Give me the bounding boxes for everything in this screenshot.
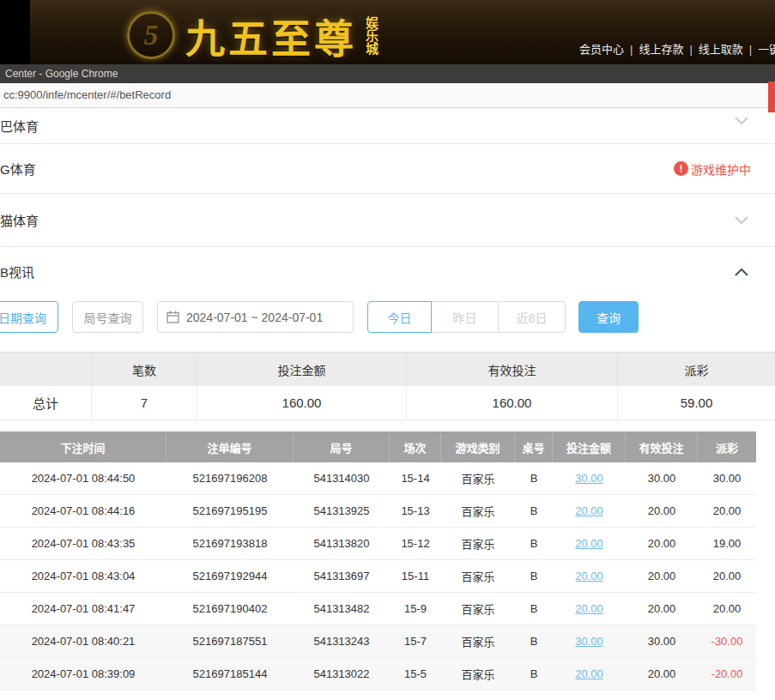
cell-game: 百家乐 bbox=[441, 658, 515, 690]
col-bet: 投注金额 bbox=[553, 431, 626, 462]
nav-deposit[interactable]: 线上存款 bbox=[639, 43, 683, 56]
yesterday-button[interactable]: 昨日 bbox=[431, 301, 499, 333]
maintenance-text: 游戏维护中 bbox=[691, 160, 751, 178]
cell-game: 百家乐 bbox=[441, 495, 515, 527]
date-query-button[interactable]: 日期查询 bbox=[0, 301, 58, 333]
cell-payout: -20.00 bbox=[698, 658, 756, 690]
address-bar[interactable]: cc:9900/infe/mcenter/#/betRecord bbox=[0, 83, 775, 108]
section-label: G体育 bbox=[0, 160, 36, 178]
summary-header-empty bbox=[0, 353, 92, 386]
summary-table: 笔数 投注金额 有效投注 派彩 总计 7 160.00 160.00 59.00 bbox=[0, 352, 775, 420]
url-text[interactable]: cc:9900/infe/mcenter/#/betRecord bbox=[0, 83, 775, 107]
cell-valid: 20.00 bbox=[626, 593, 698, 625]
summary-total-payout: 59.00 bbox=[618, 386, 775, 419]
nav-member-center[interactable]: 会员中心 bbox=[579, 43, 624, 56]
cell-session: 15-11 bbox=[390, 560, 441, 592]
cell-table: B bbox=[515, 658, 553, 690]
table-row: 2024-07-01 08:43:35 521697193818 5413138… bbox=[0, 528, 756, 560]
cell-session: 15-14 bbox=[390, 462, 441, 494]
cell-order: 521697187551 bbox=[167, 625, 294, 657]
bet-amount-link[interactable]: 30.00 bbox=[575, 472, 603, 485]
date-range-value: 2024-07-01 ~ 2024-07-01 bbox=[186, 311, 323, 324]
accordion-section-ag-sports[interactable]: G体育 ! 游戏维护中 bbox=[0, 144, 775, 194]
chevron-down-icon[interactable] bbox=[735, 216, 748, 225]
summary-header-bet: 投注金额 bbox=[197, 353, 407, 386]
bet-amount-link[interactable]: 30.00 bbox=[575, 635, 603, 648]
cell-order: 521697185144 bbox=[167, 658, 294, 690]
cell-round: 541313697 bbox=[294, 560, 390, 592]
col-session: 场次 bbox=[390, 431, 441, 462]
cell-order: 521697196208 bbox=[167, 462, 294, 494]
chevron-down-icon[interactable] bbox=[735, 117, 748, 125]
summary-total-count: 7 bbox=[92, 386, 197, 419]
calendar-icon bbox=[167, 311, 179, 323]
col-game-type: 游戏类别 bbox=[441, 431, 515, 462]
chevron-up-icon[interactable] bbox=[735, 268, 748, 276]
accordion-section-panda-sports[interactable]: 猫体育 bbox=[0, 194, 775, 247]
summary-total-bet: 160.00 bbox=[197, 386, 407, 419]
search-button[interactable]: 查询 bbox=[578, 301, 639, 333]
site-header: 5 九五至尊 娱乐城 会员中心|线上存款|线上取款|一键 bbox=[0, 0, 775, 64]
coin-logo-icon: 5 bbox=[127, 11, 175, 59]
red-edge-strip bbox=[768, 81, 775, 112]
cell-round: 541313243 bbox=[294, 625, 390, 657]
cell-game: 百家乐 bbox=[441, 462, 515, 494]
cell-round: 541313925 bbox=[294, 495, 390, 527]
table-row: 2024-07-01 08:44:50 521697196208 5413140… bbox=[0, 462, 756, 495]
cell-valid: 20.00 bbox=[626, 495, 698, 527]
nav-onekey[interactable]: 一键 bbox=[758, 43, 775, 56]
col-round: 局号 bbox=[294, 431, 390, 462]
cell-table: B bbox=[515, 462, 553, 494]
cell-order: 521697195195 bbox=[167, 495, 294, 527]
accordion-section-bb-video[interactable]: B视讯 bbox=[0, 247, 775, 296]
bet-amount-link[interactable]: 20.00 bbox=[575, 537, 603, 550]
col-valid: 有效投注 bbox=[626, 431, 698, 462]
date-range-picker[interactable]: 2024-07-01 ~ 2024-07-01 bbox=[157, 301, 354, 333]
cell-round: 541314030 bbox=[294, 462, 390, 494]
cell-session: 15-12 bbox=[390, 528, 441, 559]
cell-payout: 20.00 bbox=[698, 560, 756, 592]
corner-black-area bbox=[0, 0, 30, 64]
today-button[interactable]: 今日 bbox=[367, 301, 432, 333]
cell-round: 541313820 bbox=[294, 528, 390, 559]
nav-withdraw[interactable]: 线上取款 bbox=[699, 43, 743, 56]
col-payout: 派彩 bbox=[698, 431, 756, 462]
table-row: 2024-07-01 08:43:04 521697192944 5413136… bbox=[0, 560, 756, 593]
cell-time: 2024-07-01 08:39:09 bbox=[0, 658, 167, 690]
cell-game: 百家乐 bbox=[441, 593, 515, 625]
cell-payout: 20.00 bbox=[698, 593, 756, 625]
accordion-section-saba-sports[interactable]: 巴体育 bbox=[0, 108, 775, 144]
summary-total-valid: 160.00 bbox=[407, 386, 618, 419]
filter-bar: 日期查询 局号查询 2024-07-01 ~ 2024-07-01 今日 昨日 … bbox=[0, 296, 775, 337]
cell-valid: 20.00 bbox=[626, 528, 698, 559]
cell-valid: 30.00 bbox=[626, 462, 698, 494]
maintenance-badge: ! 游戏维护中 bbox=[674, 160, 751, 178]
summary-header-payout: 派彩 bbox=[618, 353, 775, 386]
cell-valid: 20.00 bbox=[626, 560, 698, 592]
cell-session: 15-9 bbox=[390, 593, 441, 625]
cell-valid: 20.00 bbox=[626, 658, 698, 690]
round-query-button[interactable]: 局号查询 bbox=[72, 301, 143, 333]
table-header-row: 下注时间 注单编号 局号 场次 游戏类别 桌号 投注金额 有效投注 派彩 bbox=[0, 431, 756, 462]
cell-time: 2024-07-01 08:44:50 bbox=[0, 462, 167, 494]
table-row: 2024-07-01 08:41:47 521697190402 5413134… bbox=[0, 593, 756, 625]
cell-session: 15-7 bbox=[390, 625, 441, 657]
table-row: 2024-07-01 08:44:16 521697195195 5413139… bbox=[0, 495, 756, 528]
last-8-days-button[interactable]: 近8日 bbox=[498, 301, 566, 333]
logo-title: 九五至尊 bbox=[185, 7, 357, 63]
logo-subtitle: 娱乐城 bbox=[364, 16, 378, 55]
cell-round: 541313022 bbox=[294, 658, 390, 690]
bet-amount-link[interactable]: 20.00 bbox=[575, 602, 603, 615]
bet-amount-link[interactable]: 20.00 bbox=[575, 667, 603, 680]
cell-order: 521697192944 bbox=[167, 560, 294, 592]
cell-table: B bbox=[515, 560, 553, 592]
cell-session: 15-5 bbox=[390, 658, 441, 690]
col-order: 注单编号 bbox=[167, 431, 294, 462]
summary-header-valid: 有效投注 bbox=[407, 353, 618, 386]
cell-order: 521697190402 bbox=[167, 593, 294, 625]
bet-amount-link[interactable]: 20.00 bbox=[575, 504, 603, 517]
summary-header-count: 笔数 bbox=[92, 353, 197, 386]
window-titlebar: Center - Google Chrome bbox=[0, 64, 775, 83]
cell-round: 541313482 bbox=[294, 593, 390, 625]
bet-amount-link[interactable]: 20.00 bbox=[575, 570, 603, 582]
